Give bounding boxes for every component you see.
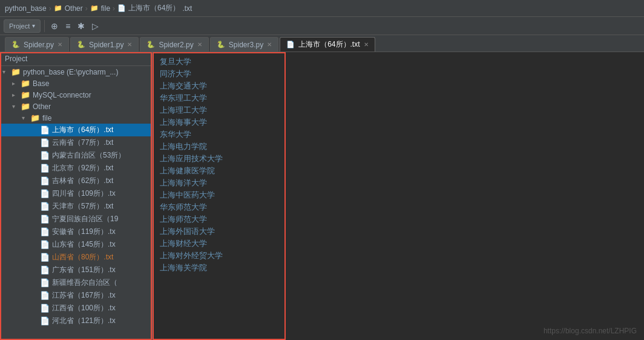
tree-jiangsu[interactable]: 📄 江苏省（167所）.tx [0, 289, 152, 302]
tree-sichuan[interactable]: 📄 四川省（109所）.tx [0, 187, 152, 200]
folder-icon-file: 📁 [30, 113, 40, 122]
editor-content: 复旦大学同济大学上海交通大学华东理工大学上海理工大学上海海事大学东华大学上海电力… [160, 56, 637, 274]
file-icon-shanghai: 📄 [40, 125, 50, 135]
sidebar-title: Project [5, 55, 27, 63]
file-icon-beijing: 📄 [40, 164, 50, 173]
add-icon-btn[interactable]: ⊕ [48, 20, 61, 32]
tree-label-neimenggu: 内蒙古自治区（53所） [52, 150, 125, 161]
tree-yunnan[interactable]: 📄 云南省（77所）.txt [0, 136, 152, 149]
tab-spider2-close[interactable]: ✕ [197, 41, 202, 48]
sidebar[interactable]: Project ▾ 📁 python_base (E:\pycharm_...)… [0, 52, 153, 340]
tree-arrow-python-base: ▾ [2, 68, 11, 75]
sidebar-header: Project [0, 52, 152, 66]
editor-area[interactable]: 复旦大学同济大学上海交通大学华东理工大学上海理工大学上海海事大学东华大学上海电力… [153, 52, 644, 340]
editor-line: 复旦大学 [160, 56, 637, 68]
editor-line: 上海财经大学 [160, 238, 637, 250]
file-icon-jiangsu: 📄 [40, 291, 50, 300]
editor-line: 上海应用技术大学 [160, 153, 637, 165]
file-icon-shandong: 📄 [40, 240, 50, 249]
title-city: 上海市（64所） [128, 3, 180, 13]
tree-label-other: Other [33, 102, 51, 111]
tab-spider1-close[interactable]: ✕ [127, 41, 132, 48]
tree-label-shanxi: 山西省（80所）.txt [52, 252, 113, 262]
tree-other[interactable]: ▾ 📁 Other [0, 101, 152, 112]
tree-hebei[interactable]: 📄 河北省（121所）.tx [0, 315, 152, 327]
editor-line: 上海外国语大学 [160, 225, 637, 238]
tree-beijing[interactable]: 📄 北京市（92所）.txt [0, 162, 152, 175]
tree-arrow-base: ▸ [12, 80, 21, 87]
title-bar: python_base › 📁 Other › 📁 file › 📄 上海市（6… [0, 0, 644, 17]
tree-shanxi[interactable]: 📄 山西省（80所）.txt [0, 251, 152, 264]
tree-file[interactable]: ▾ 📁 file [0, 112, 152, 124]
editor-line: 华东理工大学 [160, 92, 637, 104]
settings-icon-btn[interactable]: ✱ [75, 20, 87, 32]
tree-python-base[interactable]: ▾ 📁 python_base (E:\pycharm_...) [0, 66, 152, 78]
tab-spider1[interactable]: 🐍 Spider1.py ✕ [70, 37, 139, 52]
tab-spider3-close[interactable]: ✕ [267, 41, 272, 48]
folder-icon-title2: 📁 [90, 4, 99, 12]
file-icon-tianjin: 📄 [40, 202, 50, 211]
tree-mysql[interactable]: ▸ 📁 MySQL-connector [0, 89, 152, 101]
project-button[interactable]: Project ▾ [4, 19, 41, 33]
tree-label-guangdong: 广东省（151所）.tx [52, 265, 116, 275]
file-icon-neimenggu: 📄 [40, 151, 50, 160]
project-dropdown-icon: ▾ [32, 22, 35, 29]
editor-line: 上海师范大学 [160, 213, 637, 225]
run-icon-btn[interactable]: ▷ [90, 20, 101, 32]
toolbar: Project ▾ ⊕ ≡ ✱ ▷ [0, 17, 644, 35]
tree-shanghai[interactable]: 📄 上海市（64所）.txt [0, 124, 152, 136]
tree-label-beijing: 北京市（92所）.txt [52, 163, 113, 173]
title-folder1: Other [65, 4, 83, 13]
tree-label-hebei: 河北省（121所）.tx [52, 316, 116, 326]
toolbar-separator [44, 20, 45, 32]
tree-label-mysql: MySQL-connector [33, 91, 91, 99]
sync-icon-btn[interactable]: ≡ [63, 20, 73, 32]
tree-label-sichuan: 四川省（109所）.tx [52, 188, 116, 199]
tab-spider-close[interactable]: ✕ [58, 41, 62, 48]
file-icon-yunnan: 📄 [40, 138, 50, 147]
folder-icon-other: 📁 [21, 102, 30, 111]
tree-guangdong[interactable]: 📄 广东省（151所）.tx [0, 264, 152, 276]
watermark: https://blog.csdn.net/LZHPIG [544, 327, 637, 335]
tree-tianjin[interactable]: 📄 天津市（57所）.txt [0, 200, 152, 213]
folder-icon-mysql: 📁 [21, 90, 30, 99]
folder-icon-title: 📁 [54, 4, 62, 12]
file-icon-anhui: 📄 [40, 227, 50, 236]
file-icon-jilin: 📄 [40, 176, 50, 185]
tab-spider2[interactable]: 🐍 Spider2.py ✕ [140, 37, 208, 52]
tree-neimenggu[interactable]: 📄 内蒙古自治区（53所） [0, 149, 152, 162]
tab-spider3-icon: 🐍 [217, 41, 225, 48]
tree-label-shandong: 山东省（145所）.tx [52, 239, 116, 250]
file-icon-ningxia: 📄 [40, 215, 50, 224]
editor-line: 上海对外经贸大学 [160, 250, 637, 262]
folder-icon-python-base: 📁 [11, 67, 21, 76]
editor-line: 同济大学 [160, 68, 637, 80]
tab-shanghai[interactable]: 📄 上海市（64所）.txt ✕ [280, 37, 375, 52]
editor-line: 上海海事大学 [160, 116, 637, 128]
tab-spider[interactable]: 🐍 Spider.py ✕ [5, 37, 69, 52]
tree-label-jilin: 吉林省（62所）.txt [52, 176, 113, 186]
tree-jilin[interactable]: 📄 吉林省（62所）.txt [0, 175, 152, 187]
editor-line: 上海电力学院 [160, 141, 637, 153]
tree-arrow-mysql: ▸ [12, 92, 21, 98]
tree-shandong[interactable]: 📄 山东省（145所）.tx [0, 238, 152, 251]
tab-spider3[interactable]: 🐍 Spider3.py ✕ [210, 37, 278, 52]
editor-line: 华东师范大学 [160, 201, 637, 213]
tree-xinjiang[interactable]: 📄 新疆维吾尔自治区（ [0, 276, 152, 289]
tree-ningxia[interactable]: 📄 宁夏回族自治区（19 [0, 213, 152, 225]
tree-arrow-other: ▾ [12, 103, 21, 110]
tree-arrow-file: ▾ [22, 115, 30, 121]
tab-shanghai-close[interactable]: ✕ [364, 41, 369, 48]
editor-line: 上海海关学院 [160, 262, 637, 274]
tree-jiangxi[interactable]: 📄 江西省（100所）.tx [0, 302, 152, 315]
tree-base[interactable]: ▸ 📁 Base [0, 78, 152, 89]
title-folder2: file [101, 4, 110, 13]
file-icon-shanxi: 📄 [40, 253, 50, 262]
tree-anhui[interactable]: 📄 安徽省（119所）.tx [0, 225, 152, 238]
tree-label-anhui: 安徽省（119所）.tx [52, 227, 116, 237]
tab-spider-icon: 🐍 [12, 41, 20, 48]
tree-label-jiangxi: 江西省（100所）.tx [52, 303, 116, 313]
tree-label-python-base: python_base (E:\pycharm_...) [23, 68, 118, 76]
main-layout: Project ▾ 📁 python_base (E:\pycharm_...)… [0, 52, 644, 340]
file-icon-sichuan: 📄 [40, 189, 50, 198]
